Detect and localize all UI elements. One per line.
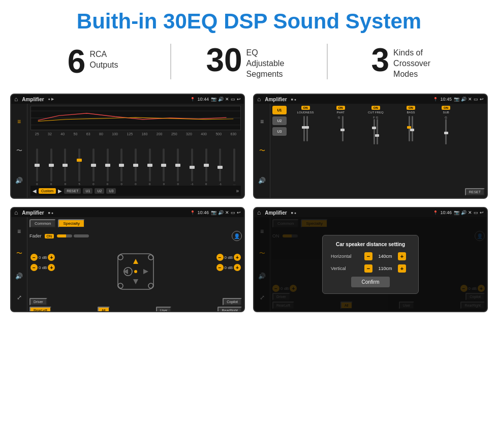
slider-100hz[interactable]: 0 — [115, 148, 128, 186]
db-fr-plus[interactable]: + — [234, 254, 241, 261]
vol-icon-2[interactable]: 🔊 — [258, 177, 266, 184]
vertical-plus-btn[interactable]: + — [398, 264, 406, 273]
expand-icon-1[interactable]: » — [236, 188, 239, 194]
eq-u1-btn[interactable]: U1 — [83, 188, 92, 194]
slider-32hz[interactable]: 0 — [45, 148, 58, 186]
status-icons-2: 📷 🔊 ✕ ▭ ↩ — [454, 97, 484, 102]
btn-all[interactable]: All — [98, 307, 110, 312]
slider-80hz[interactable]: 0 — [101, 148, 114, 186]
slider-50hz[interactable]: 5 — [73, 148, 86, 186]
ch-phat-on[interactable]: ON — [336, 106, 345, 110]
location-icon-2: 📍 — [433, 97, 438, 102]
slider-400hz[interactable]: 0 — [200, 148, 213, 186]
slider-25hz[interactable]: 0 — [30, 148, 44, 186]
screen2-time: 10:45 — [440, 97, 452, 102]
expand-icon-3[interactable]: ⤢ — [17, 294, 22, 301]
slider-200hz[interactable]: 0 — [158, 148, 171, 186]
horizontal-plus-btn[interactable]: + — [398, 252, 406, 260]
wave-icon[interactable]: 〜 — [16, 146, 22, 155]
stat-rca: 6 RCAOutputs — [20, 45, 165, 78]
close-icon-3[interactable]: ✕ — [225, 210, 229, 215]
ch-cutfreq-on[interactable]: ON — [371, 106, 380, 110]
crossover-presets: U1 U2 U3 — [272, 106, 287, 196]
close-icon-4[interactable]: ✕ — [468, 210, 472, 215]
ch-loudness: ON LOUDNESS — [289, 106, 322, 196]
db-rl-minus[interactable]: − — [30, 264, 38, 271]
fader-slider-1[interactable] — [57, 234, 72, 237]
db-rr-minus[interactable]: − — [216, 264, 224, 271]
eq-preset-custom[interactable]: Custom — [39, 188, 56, 194]
wave-icon-2[interactable]: 〜 — [259, 146, 265, 155]
fader-sliders — [57, 234, 89, 237]
confirm-button[interactable]: Confirm — [351, 277, 389, 287]
location-icon-1: 📍 — [190, 97, 195, 102]
home-icon-3[interactable]: ⌂ — [14, 209, 18, 216]
home-icon-2[interactable]: ⌂ — [257, 96, 261, 103]
slider-63hz[interactable]: 0 — [87, 148, 100, 186]
slider-500hz[interactable]: -1 — [214, 148, 227, 186]
horizontal-label: Horizontal — [331, 254, 361, 259]
back-icon-1[interactable]: ↩ — [237, 97, 241, 102]
wave-icon-3[interactable]: 〜 — [16, 249, 22, 258]
eq-icon-3[interactable]: ≡ — [17, 228, 21, 235]
tab-specialty[interactable]: Specialty — [58, 219, 84, 228]
eq-prev-btn[interactable]: ◀ — [33, 188, 37, 194]
screen3-title: Amplifier — [22, 210, 44, 216]
preset-u2[interactable]: U2 — [272, 116, 287, 125]
btn-user[interactable]: User — [156, 307, 172, 312]
back-icon-2[interactable]: ↩ — [480, 97, 484, 102]
tab-common[interactable]: Common — [29, 219, 56, 228]
stat-crossover-number: 3 — [371, 44, 390, 76]
db-fl-plus[interactable]: + — [48, 254, 55, 261]
distance-dialog: Car speaker distance setting Horizontal … — [322, 235, 419, 294]
slider-250hz[interactable]: 0 — [171, 148, 184, 186]
btn-copilot[interactable]: Copilot — [223, 298, 242, 306]
profile-icon-3[interactable]: 👤 — [232, 231, 242, 241]
back-icon-3[interactable]: ↩ — [237, 210, 241, 215]
horizontal-minus-btn[interactable]: − — [364, 252, 372, 260]
crossover-channels: ON LOUDNESS ON PHAT G — [289, 106, 463, 196]
db-fl-minus[interactable]: − — [30, 254, 38, 261]
back-icon-4[interactable]: ↩ — [480, 210, 484, 215]
eq-u2-btn[interactable]: U2 — [95, 188, 104, 194]
btn-rearright[interactable]: RearRight — [217, 307, 242, 312]
ch-loudness-on[interactable]: ON — [301, 106, 310, 110]
ch-bass: ON BASS — [394, 106, 427, 196]
db-fr-minus[interactable]: − — [216, 254, 224, 261]
eq-icon-active[interactable]: ≡ — [17, 118, 21, 125]
close-icon-1[interactable]: ✕ — [225, 97, 229, 102]
ch-sub: ON SUB G — [429, 106, 463, 196]
vol-icon-3[interactable]: 🔊 — [15, 273, 23, 280]
btn-rearleft[interactable]: RearLeft — [29, 307, 51, 312]
ch-bass-on[interactable]: ON — [407, 106, 415, 110]
vertical-minus-btn[interactable]: − — [364, 264, 372, 273]
slider-125hz[interactable]: 0 — [129, 148, 142, 186]
preset-u1[interactable]: U1 — [272, 106, 287, 114]
eq-icon-2[interactable]: ≡ — [260, 118, 264, 125]
fader-on-badge[interactable]: ON — [45, 234, 54, 238]
ch-sub-on[interactable]: ON — [442, 106, 450, 110]
db-fl-value: 0 dB — [39, 255, 47, 260]
btn-driver[interactable]: Driver — [29, 298, 47, 306]
dialog-overlay: Car speaker distance setting Horizontal … — [254, 217, 487, 311]
close-icon-2[interactable]: ✕ — [468, 97, 472, 102]
home-icon-4[interactable]: ⌂ — [257, 209, 261, 216]
slider-40hz[interactable]: 0 — [58, 148, 72, 186]
slider-320hz[interactable]: -1 — [185, 148, 199, 186]
slider-630hz[interactable]: ... — [228, 148, 241, 186]
status-icons-1: 📷 🔊 ✕ ▭ ↩ — [211, 97, 241, 102]
eq-next-btn[interactable]: ▶ — [58, 188, 62, 194]
volume-sidebar-icon[interactable]: 🔊 — [15, 177, 23, 184]
fader-slider-2[interactable] — [74, 234, 89, 237]
eq-u3-btn[interactable]: U3 — [106, 188, 116, 194]
screen-dialog: ⌂ Amplifier ■ ● 📍 10:46 📷 🔊 ✕ ▭ ↩ ≡ 〜 🔊 … — [253, 207, 488, 312]
db-rr-plus[interactable]: + — [234, 264, 241, 271]
crossover-main-area: U1 U2 U3 ON LOUDNESS — [270, 104, 487, 198]
slider-160hz[interactable]: 0 — [143, 148, 157, 186]
home-icon-1[interactable]: ⌂ — [14, 96, 18, 103]
db-rl-plus[interactable]: + — [48, 264, 55, 271]
crossover-reset-btn[interactable]: RESET — [465, 188, 485, 196]
eq-reset-btn[interactable]: RESET — [64, 188, 81, 194]
crossover-sidebar: ≡ 〜 🔊 — [254, 104, 270, 198]
preset-u3[interactable]: U3 — [272, 127, 287, 136]
